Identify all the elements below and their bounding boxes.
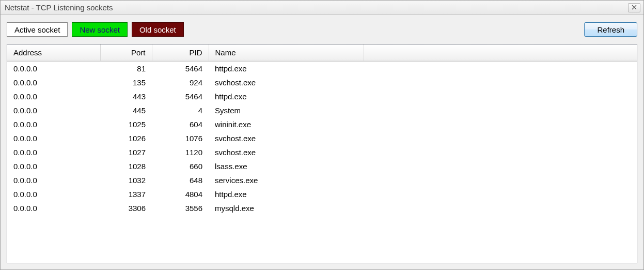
cell-port: 1032	[100, 173, 152, 187]
cell-port: 135	[100, 76, 152, 89]
legend-new-socket: New socket	[72, 22, 128, 37]
socket-table: Address Port PID Name 0.0.0.0815464httpd…	[7, 44, 637, 215]
cell-address: 0.0.0.0	[7, 131, 100, 145]
cell-spacer	[364, 201, 637, 215]
cell-pid: 660	[152, 159, 209, 173]
cell-address: 0.0.0.0	[7, 89, 100, 103]
header-address[interactable]: Address	[7, 44, 100, 61]
cell-name: svchost.exe	[209, 76, 364, 89]
cell-name: svchost.exe	[209, 131, 364, 145]
cell-port: 443	[100, 89, 152, 103]
cell-address: 0.0.0.0	[7, 187, 100, 201]
cell-port: 445	[100, 103, 152, 117]
cell-address: 0.0.0.0	[7, 103, 100, 117]
table-row[interactable]: 0.0.0.0815464httpd.exe	[7, 61, 637, 76]
cell-pid: 5464	[152, 61, 209, 76]
socket-table-container: Address Port PID Name 0.0.0.0815464httpd…	[7, 44, 637, 263]
cell-address: 0.0.0.0	[7, 117, 100, 131]
cell-name: wininit.exe	[209, 117, 364, 131]
cell-spacer	[364, 76, 637, 89]
cell-name: httpd.exe	[209, 89, 364, 103]
header-pid[interactable]: PID	[152, 44, 209, 61]
cell-pid: 1120	[152, 145, 209, 159]
netstat-window: Netstat - TCP Listening sockets Active s…	[0, 0, 644, 270]
cell-spacer	[364, 61, 637, 76]
cell-pid: 604	[152, 117, 209, 131]
table-row[interactable]: 0.0.0.01032648services.exe	[7, 173, 637, 187]
titlebar: Netstat - TCP Listening sockets	[1, 1, 643, 15]
cell-spacer	[364, 103, 637, 117]
cell-address: 0.0.0.0	[7, 61, 100, 76]
header-spacer	[364, 44, 637, 61]
cell-spacer	[364, 159, 637, 173]
cell-spacer	[364, 173, 637, 187]
table-row[interactable]: 0.0.0.01025604wininit.exe	[7, 117, 637, 131]
cell-pid: 4804	[152, 187, 209, 201]
cell-spacer	[364, 187, 637, 201]
table-row[interactable]: 0.0.0.04435464httpd.exe	[7, 89, 637, 103]
cell-name: httpd.exe	[209, 61, 364, 76]
cell-address: 0.0.0.0	[7, 159, 100, 173]
cell-name: services.exe	[209, 173, 364, 187]
cell-name: svchost.exe	[209, 145, 364, 159]
cell-pid: 1076	[152, 131, 209, 145]
table-row[interactable]: 0.0.0.04454System	[7, 103, 637, 117]
cell-address: 0.0.0.0	[7, 173, 100, 187]
legend-group: Active socket New socket Old socket	[7, 22, 184, 37]
close-button[interactable]	[628, 3, 640, 12]
cell-name: lsass.exe	[209, 159, 364, 173]
toolbar: Active socket New socket Old socket Refr…	[1, 15, 643, 44]
table-row[interactable]: 0.0.0.01028660lsass.exe	[7, 159, 637, 173]
table-row[interactable]: 0.0.0.013374804httpd.exe	[7, 187, 637, 201]
cell-port: 1337	[100, 187, 152, 201]
close-icon	[632, 5, 637, 11]
header-port[interactable]: Port	[100, 44, 152, 61]
cell-port: 1027	[100, 145, 152, 159]
refresh-button[interactable]: Refresh	[584, 22, 637, 37]
cell-name: mysqld.exe	[209, 201, 364, 215]
cell-address: 0.0.0.0	[7, 201, 100, 215]
legend-active-socket: Active socket	[7, 22, 68, 37]
cell-port: 3306	[100, 201, 152, 215]
cell-port: 1028	[100, 159, 152, 173]
cell-name: httpd.exe	[209, 187, 364, 201]
table-row[interactable]: 0.0.0.033063556mysqld.exe	[7, 201, 637, 215]
cell-pid: 924	[152, 76, 209, 89]
cell-pid: 648	[152, 173, 209, 187]
cell-spacer	[364, 89, 637, 103]
cell-address: 0.0.0.0	[7, 76, 100, 89]
table-row[interactable]: 0.0.0.010261076svchost.exe	[7, 131, 637, 145]
cell-port: 1026	[100, 131, 152, 145]
table-row[interactable]: 0.0.0.010271120svchost.exe	[7, 145, 637, 159]
header-name[interactable]: Name	[209, 44, 364, 61]
cell-address: 0.0.0.0	[7, 145, 100, 159]
cell-spacer	[364, 117, 637, 131]
cell-pid: 3556	[152, 201, 209, 215]
cell-port: 81	[100, 61, 152, 76]
cell-name: System	[209, 103, 364, 117]
cell-pid: 5464	[152, 89, 209, 103]
table-row[interactable]: 0.0.0.0135924svchost.exe	[7, 76, 637, 89]
cell-spacer	[364, 131, 637, 145]
cell-port: 1025	[100, 117, 152, 131]
cell-spacer	[364, 145, 637, 159]
legend-old-socket: Old socket	[132, 22, 184, 37]
window-title: Netstat - TCP Listening sockets	[5, 3, 113, 12]
cell-pid: 4	[152, 103, 209, 117]
